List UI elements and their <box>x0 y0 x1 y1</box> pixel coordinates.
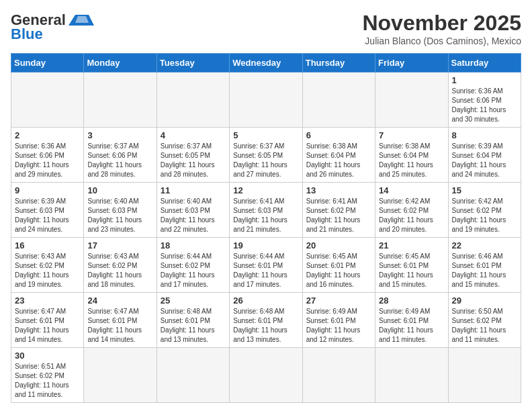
day-info: Sunrise: 6:48 AM Sunset: 6:01 PM Dayligh… <box>161 307 226 345</box>
day-number: 15 <box>452 185 517 195</box>
calendar-day-cell: 9Sunrise: 6:39 AM Sunset: 6:03 PM Daylig… <box>11 183 84 238</box>
day-number: 23 <box>15 295 80 306</box>
day-number: 1 <box>452 75 517 85</box>
day-info: Sunrise: 6:36 AM Sunset: 6:06 PM Dayligh… <box>15 142 80 179</box>
day-info: Sunrise: 6:40 AM Sunset: 6:03 PM Dayligh… <box>161 197 226 234</box>
day-info: Sunrise: 6:51 AM Sunset: 6:02 PM Dayligh… <box>15 362 80 400</box>
calendar-day-cell <box>84 73 157 128</box>
calendar-day-cell: 16Sunrise: 6:43 AM Sunset: 6:02 PM Dayli… <box>11 238 84 293</box>
day-info: Sunrise: 6:49 AM Sunset: 6:01 PM Dayligh… <box>306 307 371 345</box>
day-number: 19 <box>233 240 298 250</box>
calendar-week-row: 2Sunrise: 6:36 AM Sunset: 6:06 PM Daylig… <box>11 128 521 183</box>
logo-icon <box>69 11 94 30</box>
calendar-day-cell: 28Sunrise: 6:49 AM Sunset: 6:01 PM Dayli… <box>375 293 448 348</box>
calendar-day-cell <box>375 348 448 403</box>
calendar-day-cell: 22Sunrise: 6:46 AM Sunset: 6:01 PM Dayli… <box>448 238 521 293</box>
day-number: 5 <box>233 130 298 140</box>
day-info: Sunrise: 6:42 AM Sunset: 6:02 PM Dayligh… <box>452 197 517 234</box>
day-info: Sunrise: 6:48 AM Sunset: 6:01 PM Dayligh… <box>233 307 298 345</box>
day-number: 2 <box>15 130 80 140</box>
calendar-day-cell: 20Sunrise: 6:45 AM Sunset: 6:01 PM Dayli… <box>302 238 375 293</box>
calendar-day-cell: 6Sunrise: 6:38 AM Sunset: 6:04 PM Daylig… <box>302 128 375 183</box>
calendar-day-cell: 21Sunrise: 6:45 AM Sunset: 6:01 PM Dayli… <box>375 238 448 293</box>
calendar-day-cell: 30Sunrise: 6:51 AM Sunset: 6:02 PM Dayli… <box>11 348 84 403</box>
day-number: 27 <box>306 295 371 306</box>
day-info: Sunrise: 6:43 AM Sunset: 6:02 PM Dayligh… <box>15 252 80 289</box>
day-info: Sunrise: 6:50 AM Sunset: 6:02 PM Dayligh… <box>452 307 517 345</box>
calendar-day-cell <box>157 73 229 128</box>
calendar-day-cell: 11Sunrise: 6:40 AM Sunset: 6:03 PM Dayli… <box>157 183 229 238</box>
day-of-week-header: Monday <box>84 54 157 73</box>
logo: General Blue <box>11 11 94 43</box>
day-number: 14 <box>379 185 444 195</box>
calendar-day-cell <box>230 348 302 403</box>
day-info: Sunrise: 6:37 AM Sunset: 6:05 PM Dayligh… <box>233 142 298 179</box>
day-of-week-header: Friday <box>375 54 448 73</box>
day-number: 12 <box>233 185 298 195</box>
day-info: Sunrise: 6:39 AM Sunset: 6:04 PM Dayligh… <box>452 142 517 179</box>
calendar-day-cell: 4Sunrise: 6:37 AM Sunset: 6:05 PM Daylig… <box>157 128 229 183</box>
calendar-day-cell: 17Sunrise: 6:43 AM Sunset: 6:02 PM Dayli… <box>84 238 157 293</box>
calendar-day-cell: 14Sunrise: 6:42 AM Sunset: 6:02 PM Dayli… <box>375 183 448 238</box>
day-number: 7 <box>379 130 444 140</box>
calendar-day-cell: 25Sunrise: 6:48 AM Sunset: 6:01 PM Dayli… <box>157 293 229 348</box>
calendar-day-cell: 19Sunrise: 6:44 AM Sunset: 6:01 PM Dayli… <box>230 238 302 293</box>
day-number: 3 <box>87 130 152 140</box>
calendar-week-row: 16Sunrise: 6:43 AM Sunset: 6:02 PM Dayli… <box>11 238 521 293</box>
calendar-week-row: 23Sunrise: 6:47 AM Sunset: 6:01 PM Dayli… <box>11 293 521 348</box>
day-number: 28 <box>379 295 444 306</box>
calendar-day-cell <box>375 73 448 128</box>
subtitle: Julian Blanco (Dos Caminos), Mexico <box>362 36 521 46</box>
day-info: Sunrise: 6:37 AM Sunset: 6:06 PM Dayligh… <box>87 142 152 179</box>
day-number: 11 <box>161 185 226 195</box>
calendar-day-cell: 12Sunrise: 6:41 AM Sunset: 6:03 PM Dayli… <box>230 183 302 238</box>
calendar-day-cell <box>157 348 229 403</box>
day-info: Sunrise: 6:44 AM Sunset: 6:01 PM Dayligh… <box>233 252 298 289</box>
calendar-day-cell <box>230 73 302 128</box>
calendar-day-cell: 2Sunrise: 6:36 AM Sunset: 6:06 PM Daylig… <box>11 128 84 183</box>
day-number: 18 <box>161 240 226 250</box>
calendar-day-cell: 24Sunrise: 6:47 AM Sunset: 6:01 PM Dayli… <box>84 293 157 348</box>
day-info: Sunrise: 6:44 AM Sunset: 6:02 PM Dayligh… <box>161 252 226 289</box>
calendar-day-cell: 1Sunrise: 6:36 AM Sunset: 6:06 PM Daylig… <box>448 73 521 128</box>
day-number: 30 <box>15 351 80 361</box>
day-of-week-header: Thursday <box>302 54 375 73</box>
day-info: Sunrise: 6:38 AM Sunset: 6:04 PM Dayligh… <box>379 142 444 179</box>
calendar-week-row: 30Sunrise: 6:51 AM Sunset: 6:02 PM Dayli… <box>11 348 521 403</box>
day-info: Sunrise: 6:49 AM Sunset: 6:01 PM Dayligh… <box>379 307 444 345</box>
calendar-day-cell: 8Sunrise: 6:39 AM Sunset: 6:04 PM Daylig… <box>448 128 521 183</box>
day-number: 20 <box>306 240 371 250</box>
calendar-day-cell <box>302 73 375 128</box>
day-number: 22 <box>452 240 517 250</box>
day-info: Sunrise: 6:39 AM Sunset: 6:03 PM Dayligh… <box>15 197 80 234</box>
day-number: 21 <box>379 240 444 250</box>
calendar-day-cell: 5Sunrise: 6:37 AM Sunset: 6:05 PM Daylig… <box>230 128 302 183</box>
day-info: Sunrise: 6:42 AM Sunset: 6:02 PM Dayligh… <box>379 197 444 234</box>
calendar-day-cell <box>84 348 157 403</box>
day-info: Sunrise: 6:37 AM Sunset: 6:05 PM Dayligh… <box>161 142 226 179</box>
calendar-day-cell <box>11 73 84 128</box>
day-of-week-header: Sunday <box>11 54 84 73</box>
calendar-week-row: 1Sunrise: 6:36 AM Sunset: 6:06 PM Daylig… <box>11 73 521 128</box>
calendar-day-cell <box>302 348 375 403</box>
logo-blue-text: Blue <box>11 26 43 43</box>
day-info: Sunrise: 6:45 AM Sunset: 6:01 PM Dayligh… <box>379 252 444 289</box>
day-of-week-header: Saturday <box>448 54 521 73</box>
calendar-day-cell: 15Sunrise: 6:42 AM Sunset: 6:02 PM Dayli… <box>448 183 521 238</box>
calendar-day-cell <box>448 348 521 403</box>
day-info: Sunrise: 6:45 AM Sunset: 6:01 PM Dayligh… <box>306 252 371 289</box>
day-number: 9 <box>15 185 80 195</box>
calendar-day-cell: 26Sunrise: 6:48 AM Sunset: 6:01 PM Dayli… <box>230 293 302 348</box>
day-number: 17 <box>87 240 152 250</box>
day-number: 6 <box>306 130 371 140</box>
day-of-week-header: Wednesday <box>230 54 302 73</box>
day-info: Sunrise: 6:43 AM Sunset: 6:02 PM Dayligh… <box>87 252 152 289</box>
calendar-day-cell: 29Sunrise: 6:50 AM Sunset: 6:02 PM Dayli… <box>448 293 521 348</box>
day-info: Sunrise: 6:41 AM Sunset: 6:02 PM Dayligh… <box>306 197 371 234</box>
calendar-day-cell: 10Sunrise: 6:40 AM Sunset: 6:03 PM Dayli… <box>84 183 157 238</box>
title-block: November 2025 Julian Blanco (Dos Caminos… <box>362 11 521 46</box>
calendar-day-cell: 23Sunrise: 6:47 AM Sunset: 6:01 PM Dayli… <box>11 293 84 348</box>
day-info: Sunrise: 6:36 AM Sunset: 6:06 PM Dayligh… <box>452 87 517 124</box>
calendar-day-cell: 18Sunrise: 6:44 AM Sunset: 6:02 PM Dayli… <box>157 238 229 293</box>
day-info: Sunrise: 6:38 AM Sunset: 6:04 PM Dayligh… <box>306 142 371 179</box>
